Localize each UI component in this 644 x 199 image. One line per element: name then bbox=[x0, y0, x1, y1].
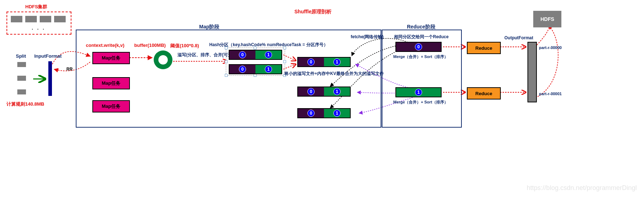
inputformat-label: InputFormat bbox=[34, 53, 62, 59]
fetch-label: fetche(网络传输) bbox=[351, 34, 384, 40]
partition-badge: 0 bbox=[307, 58, 315, 66]
selection-handle bbox=[254, 74, 257, 77]
partition-pair: 0 1 bbox=[229, 50, 282, 60]
partition-pair: 0 1 bbox=[229, 64, 282, 74]
map-task-box: Map任务 bbox=[92, 77, 130, 89]
calc-rule: 计算规则140.8MB bbox=[6, 101, 44, 107]
partition-badge: 0 bbox=[239, 66, 246, 73]
hdfs-ellipsis: . . . bbox=[32, 25, 45, 31]
ring-buffer-icon bbox=[154, 50, 172, 69]
diagram-title: Shuffle原理剖析 bbox=[294, 9, 332, 15]
reduce-box: Reduce bbox=[467, 87, 501, 100]
partition-badge: 1 bbox=[333, 58, 341, 66]
partition-cell-0: 0 bbox=[229, 50, 255, 59]
small-spill-label: 将小的溢写文件+内存中KV最终合并为大的溢写文件 bbox=[284, 71, 384, 77]
selection-handle bbox=[225, 47, 228, 49]
hdfs-target-label: HDFS bbox=[540, 16, 554, 22]
context-write-label: context.write(k,v) bbox=[86, 43, 124, 48]
selection-handle bbox=[283, 47, 286, 49]
output-bar bbox=[527, 42, 537, 102]
selection-handle bbox=[225, 60, 228, 63]
selection-handle bbox=[283, 60, 286, 63]
split-block bbox=[17, 62, 26, 67]
partition-badge: 0 bbox=[307, 88, 315, 95]
reduce-partition-0: 0 bbox=[395, 42, 442, 52]
partition-cell-0: 0 bbox=[298, 109, 324, 118]
map-task-label: Map任务 bbox=[102, 80, 121, 87]
buffer-label: buffer(100MB) bbox=[134, 43, 166, 48]
partition-cell-1: 1 bbox=[324, 109, 350, 118]
hdfs-target-box: HDFS bbox=[533, 11, 561, 27]
partition-pair: 0 1 bbox=[297, 87, 351, 97]
map-task-box: Map任务 bbox=[92, 100, 130, 112]
hdfs-block bbox=[54, 16, 66, 22]
split-block bbox=[17, 76, 26, 81]
partition-badge: 0 bbox=[415, 43, 422, 50]
hdfs-cluster-title: HDFS集群 bbox=[25, 4, 47, 10]
partition-cell-1: 1 bbox=[396, 88, 441, 97]
partition-cell-1: 1 bbox=[324, 87, 350, 96]
partition-pair: 0 1 bbox=[297, 57, 351, 67]
partition-badge: 1 bbox=[333, 110, 341, 117]
map-task-label: Map任务 bbox=[102, 55, 121, 61]
partition-cell-0: 0 bbox=[229, 65, 255, 74]
partition-badge: 0 bbox=[307, 110, 315, 117]
hdfs-block bbox=[11, 16, 22, 22]
partition-badge: 1 bbox=[265, 51, 272, 58]
part-r-00001-label: part-r-00001 bbox=[539, 92, 562, 96]
partition-cell-0: 0 bbox=[298, 58, 324, 66]
partition-badge: 1 bbox=[265, 66, 272, 73]
partition-badge: 0 bbox=[239, 51, 246, 58]
part-r-00000-label: part-r-00000 bbox=[539, 45, 562, 50]
selection-handle bbox=[254, 47, 257, 49]
partition-badge: 1 bbox=[333, 88, 341, 95]
partition-cell-1: 1 bbox=[324, 58, 350, 66]
split-label: Split bbox=[16, 53, 26, 59]
partition-cell-0: 0 bbox=[298, 87, 324, 96]
split-block bbox=[17, 89, 26, 94]
selection-handle bbox=[225, 74, 228, 77]
outputformat-label: OutputFormat bbox=[504, 35, 533, 40]
threshold-label: 阈值(100*0.8) bbox=[170, 43, 199, 49]
partition-cell-0: 0 bbox=[396, 43, 441, 51]
ring-buffer-hole bbox=[158, 55, 168, 65]
reduce-label: Reduce bbox=[476, 91, 492, 96]
partition-cell-1: 1 bbox=[255, 50, 281, 59]
partition-cell-1: 1 bbox=[255, 65, 281, 74]
watermark: https://blog.csdn.net/programmerDingl bbox=[527, 184, 637, 192]
reduce-partition-1: 1 bbox=[395, 87, 442, 97]
partition-pair: 0 1 bbox=[297, 108, 351, 118]
reduce-box: Reduce bbox=[467, 42, 501, 54]
hdfs-cluster-box: . . . bbox=[6, 12, 71, 35]
map-task-box: Map任务 bbox=[92, 52, 130, 64]
hdfs-block bbox=[25, 16, 37, 22]
hdfs-block bbox=[40, 16, 51, 22]
map-task-label: Map任务 bbox=[102, 103, 121, 110]
merge-sort-label: Merge（合并）+ Sort（排序） bbox=[393, 54, 448, 59]
merge-sort-label: Merge（合并）+ Sort（排序） bbox=[393, 100, 448, 105]
partition-badge: 1 bbox=[415, 89, 422, 96]
reduce-label: Reduce bbox=[476, 45, 492, 51]
same-partition-label: 相同分区交给同一个Reduce bbox=[394, 34, 448, 40]
inputformat-bar bbox=[48, 61, 52, 96]
rr-label: RR bbox=[66, 67, 73, 72]
